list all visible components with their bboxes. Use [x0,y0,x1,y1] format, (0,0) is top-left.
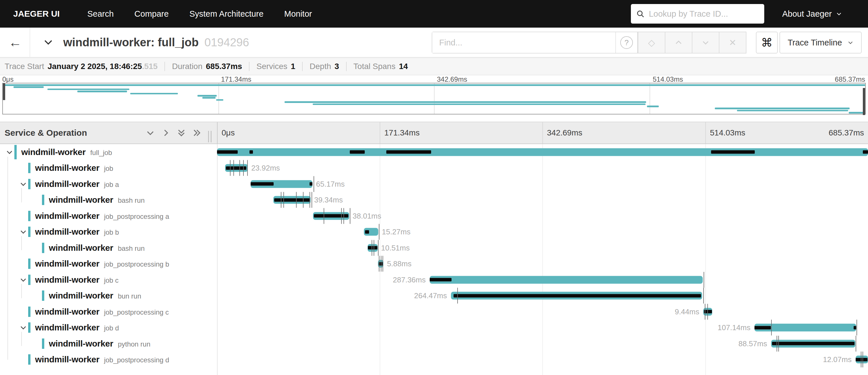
app-logo[interactable]: JAEGER UI [13,9,60,19]
about-jaeger-menu[interactable]: About Jaeger [782,9,842,19]
span-name: windmill-workerjob [35,163,113,173]
span-bar[interactable] [754,324,856,331]
summary-label: Depth [310,62,331,71]
span-bar[interactable] [273,196,311,204]
clear-search-button[interactable]: ✕ [719,32,746,54]
span-log-tick [296,192,297,208]
span-service-name: windmill-worker [35,163,99,173]
span-self-time-segment [350,150,365,154]
minimap-span-bar [130,93,178,95]
find-help[interactable]: ? [615,32,637,53]
span-row[interactable]: windmill-workerjob23.92ms [0,160,868,176]
minimap-span-bar [197,95,217,97]
timeline-minimap[interactable] [2,83,866,114]
span-operation-name: job a [104,181,119,189]
span-bar[interactable] [378,260,383,268]
span-name-cell[interactable]: windmill-workerbun run [0,288,217,304]
span-name-cell[interactable]: windmill-workerfull_job [0,144,217,160]
span-name-cell[interactable]: windmill-workerjob b [0,224,217,240]
trace-view-selector[interactable]: Trace Timeline [779,32,862,54]
span-bar[interactable] [703,308,712,315]
span-row[interactable]: windmill-workerjob_postprocessing c9.44m… [0,304,868,320]
span-expand-toggle[interactable] [19,323,28,333]
span-name-cell[interactable]: windmill-workerjob_postprocessing d [0,352,217,368]
chevron-down-icon [701,38,710,47]
span-name-cell[interactable]: windmill-workerbash run [0,240,217,256]
summary-value: 685.37ms [206,62,242,71]
span-row[interactable]: windmill-workerjob d107.14ms [0,320,868,336]
span-row[interactable]: windmill-workerbun run264.47ms [0,288,868,304]
span-service-name: windmill-worker [49,339,113,349]
next-result-button[interactable] [692,32,719,54]
span-name-cell[interactable]: windmill-workerjob_postprocessing b [0,256,217,272]
span-row[interactable]: windmill-workerjob a65.17ms [0,176,868,192]
focus-span-button[interactable]: ◇ [638,32,665,54]
expand-one-button[interactable] [161,128,171,138]
span-bar[interactable] [217,148,868,156]
span-bar[interactable] [430,276,703,284]
span-name-cell[interactable]: windmill-workerpython run [0,336,217,352]
span-row[interactable]: windmill-workerjob c287.36ms [0,272,868,288]
span-name-cell[interactable]: windmill-workerjob_postprocessing a [0,208,217,224]
span-name-cell[interactable]: windmill-workerjob d [0,320,217,336]
span-self-time-segment [711,150,755,154]
span-bar[interactable] [451,292,702,300]
span-track: 15.27ms [217,224,868,240]
span-row[interactable]: windmill-workerjob_postprocessing b5.88m… [0,256,868,272]
nav-item-compare[interactable]: Compare [134,9,169,19]
span-duration-label: 39.34ms [314,196,343,204]
collapse-all-button[interactable] [176,128,187,138]
span-row[interactable]: windmill-workerjob b15.27ms [0,224,868,240]
span-track: 5.88ms [217,256,868,272]
span-rows: windmill-workerfull_jobwindmill-workerjo… [0,144,868,375]
minimap-right-scrubber[interactable] [863,88,865,115]
span-log-tick [312,192,312,208]
span-bar[interactable] [771,340,855,347]
span-name-cell[interactable]: windmill-workerjob a [0,176,217,192]
expand-all-button[interactable] [192,128,202,138]
span-name-cell[interactable]: windmill-workerbash run [0,192,217,208]
span-row[interactable]: windmill-workerjob_postprocessing a38.01… [0,208,868,224]
span-bar[interactable] [225,164,248,172]
span-track: 65.17ms [217,176,868,192]
nav-item-search[interactable]: Search [87,9,114,19]
span-row[interactable]: windmill-workerpython run88.57ms [0,336,868,352]
span-track [217,144,868,160]
span-operation-name: job_postprocessing a [104,212,169,221]
trace-detail-toggle[interactable] [40,28,57,57]
span-row[interactable]: windmill-workerjob_postprocessing d12.07… [0,352,868,368]
span-row[interactable]: windmill-workerbash run39.34ms [0,192,868,208]
span-bar[interactable] [368,244,378,252]
collapse-one-button[interactable] [145,128,155,138]
span-track: 107.14ms [217,320,868,336]
span-color-bar [28,227,30,237]
summary-value: 3 [335,62,339,71]
span-expand-toggle[interactable] [19,275,28,285]
trace-lookup-input[interactable] [649,9,759,19]
span-row[interactable]: windmill-workerbash run10.51ms [0,240,868,256]
expand-collapse-controls [145,122,202,144]
span-expand-toggle[interactable] [5,147,14,157]
minimap-left-scrubber[interactable] [3,83,5,100]
span-bar[interactable] [313,212,349,220]
span-name-cell[interactable]: windmill-workerjob_postprocessing c [0,304,217,320]
span-bar[interactable] [364,228,378,236]
span-bar[interactable] [856,356,868,364]
keyboard-shortcuts-button[interactable]: ⌘ [756,32,778,54]
minimap-tick: 171.34ms [221,75,251,83]
prev-result-button[interactable] [665,32,692,54]
span-row[interactable]: windmill-workerfull_job [0,144,868,160]
span-bar[interactable] [251,180,312,188]
span-name-cell[interactable]: windmill-workerjob [0,160,217,176]
chevron-up-icon [674,38,683,47]
span-duration-label: 15.27ms [382,228,410,236]
span-self-time-segment [368,246,377,250]
nav-item-monitor[interactable]: Monitor [284,9,312,19]
find-input[interactable] [432,32,615,53]
span-expand-toggle[interactable] [19,179,28,189]
nav-item-system-architecture[interactable]: System Architecture [189,9,264,19]
back-button[interactable]: ← [5,28,25,57]
span-name-cell[interactable]: windmill-workerjob c [0,272,217,288]
column-resizer-handle[interactable] [208,131,215,142]
span-expand-toggle[interactable] [19,227,28,237]
